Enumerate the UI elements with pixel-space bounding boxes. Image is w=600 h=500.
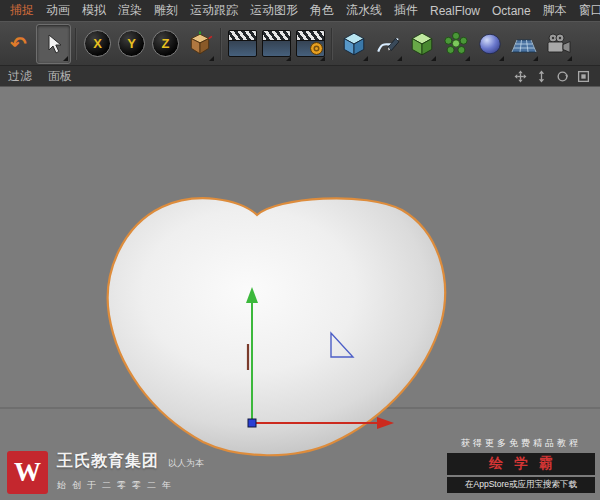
menu-item-script[interactable]: 脚本 — [537, 2, 573, 19]
pan-icon[interactable] — [513, 69, 527, 83]
axis-origin-handle[interactable] — [248, 419, 256, 427]
lock-y-axis-icon: Y — [118, 30, 145, 57]
watermark-right: 获得更多免费精品教程 绘学霸 在AppStore或应用宝搜索下载 — [447, 437, 595, 493]
camera-icon — [544, 32, 572, 56]
watermark-left: W 王氏教育集团 以人为本 始创于二零零二年 — [7, 451, 204, 494]
menu-item-sculpt[interactable]: 雕刻 — [148, 2, 184, 19]
lock-z-axis-button[interactable]: Z — [149, 25, 182, 63]
render-view-button[interactable] — [226, 25, 259, 63]
deformer-icon — [477, 31, 503, 57]
axis-x-arrowhead[interactable] — [377, 417, 394, 429]
viewport-menubar: 过滤 面板 — [0, 66, 600, 87]
render-picture-viewer-icon — [262, 30, 291, 57]
lock-z-axis-icon: Z — [152, 30, 179, 57]
orbit-icon[interactable] — [555, 69, 569, 83]
floor-grid-icon — [510, 32, 538, 56]
appstore-line: 在AppStore或应用宝搜索下载 — [447, 477, 595, 493]
render-settings-icon — [296, 30, 325, 57]
menu-item-snap[interactable]: 捕捉 — [4, 2, 40, 19]
viewport-panel-menu[interactable]: 面板 — [48, 68, 72, 85]
spline-pen-icon — [375, 31, 401, 57]
render-settings-button[interactable] — [294, 25, 327, 63]
heart-object[interactable] — [108, 198, 445, 455]
menu-item-render[interactable]: 渲染 — [112, 2, 148, 19]
brand-name: 王氏教育集团 — [57, 451, 159, 472]
coordinate-system-icon — [187, 31, 213, 57]
menubar: 捕捉 动画 模拟 渲染 雕刻 运动跟踪 运动图形 角色 流水线 插件 RealF… — [0, 0, 600, 21]
main-toolbar: ↶ X Y Z — [0, 21, 600, 66]
add-primitive-cube-button[interactable] — [337, 25, 370, 63]
toolbar-separator — [75, 28, 77, 60]
brand-tagline: 以人为本 — [168, 457, 204, 470]
menu-item-character[interactable]: 角色 — [304, 2, 340, 19]
menu-item-animation[interactable]: 动画 — [40, 2, 76, 19]
floor-grid-button[interactable] — [507, 25, 540, 63]
deformer-button[interactable] — [473, 25, 506, 63]
menu-item-window[interactable]: 窗口 — [573, 2, 600, 19]
live-selection-icon — [43, 33, 65, 55]
menu-item-mograph[interactable]: 运动图形 — [244, 2, 304, 19]
menu-item-motion-tracker[interactable]: 运动跟踪 — [184, 2, 244, 19]
viewport-3d[interactable]: W 王氏教育集团 以人为本 始创于二零零二年 获得更多免费精品教程 绘学霸 在A… — [0, 87, 600, 500]
live-selection-button[interactable] — [36, 24, 71, 64]
gear-icon — [310, 42, 323, 55]
promo-line: 获得更多免费精品教程 — [447, 437, 595, 450]
lock-y-axis-button[interactable]: Y — [115, 25, 148, 63]
toolbar-separator — [331, 28, 333, 60]
brand-subtitle: 始创于二零零二年 — [57, 479, 204, 492]
menu-item-octane[interactable]: Octane — [486, 4, 537, 18]
menu-item-pipeline[interactable]: 流水线 — [340, 2, 388, 19]
undo-button[interactable]: ↶ — [2, 25, 35, 63]
lock-x-axis-button[interactable]: X — [81, 25, 114, 63]
wangs-education-logo: W — [7, 451, 48, 494]
add-primitive-cube-icon — [341, 31, 367, 57]
huixueba-brand: 绘学霸 — [447, 453, 595, 475]
camera-button[interactable] — [541, 25, 574, 63]
lock-x-axis-icon: X — [84, 30, 111, 57]
spline-pen-button[interactable] — [371, 25, 404, 63]
menu-item-plugins[interactable]: 插件 — [388, 2, 424, 19]
viewport-filter-menu[interactable]: 过滤 — [8, 68, 32, 85]
subdivision-surface-button[interactable] — [405, 25, 438, 63]
coordinate-system-button[interactable] — [183, 25, 216, 63]
subdivision-surface-icon — [409, 31, 435, 57]
toolbar-separator — [220, 28, 222, 60]
array-generator-icon — [443, 31, 469, 57]
render-picture-viewer-button[interactable] — [260, 25, 293, 63]
maximize-view-icon[interactable] — [576, 69, 590, 83]
dolly-icon[interactable] — [534, 69, 548, 83]
viewport-nav-icons — [513, 69, 592, 83]
menu-item-simulate[interactable]: 模拟 — [76, 2, 112, 19]
array-generator-button[interactable] — [439, 25, 472, 63]
render-view-icon — [228, 30, 257, 57]
undo-icon: ↶ — [10, 34, 27, 54]
cinema4d-window: 捕捉 动画 模拟 渲染 雕刻 运动跟踪 运动图形 角色 流水线 插件 RealF… — [0, 0, 600, 500]
menu-item-realflow[interactable]: RealFlow — [424, 4, 486, 18]
